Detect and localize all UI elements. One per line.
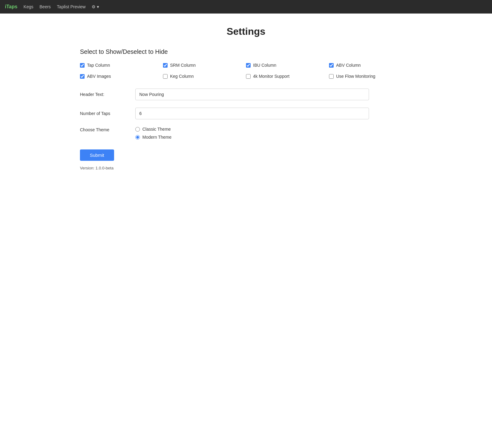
checkbox-abv-column-label: ABV Column: [336, 63, 361, 68]
checkbox-abv-column-input[interactable]: [329, 63, 334, 68]
page-title: Settings: [80, 26, 412, 37]
checkbox-srm-column[interactable]: SRM Column: [163, 63, 246, 68]
theme-classic-radio[interactable]: [135, 127, 140, 132]
navbar-link-kegs[interactable]: Kegs: [24, 4, 34, 9]
number-of-taps-input[interactable]: [135, 108, 369, 119]
checkbox-abv-column[interactable]: ABV Column: [329, 63, 412, 68]
checkbox-srm-column-input[interactable]: [163, 63, 168, 68]
checkbox-4k-monitor-input[interactable]: [246, 74, 251, 79]
checkbox-flow-monitoring[interactable]: Use Flow Monitoring: [329, 74, 412, 79]
navbar-brand[interactable]: iTaps: [5, 4, 18, 10]
theme-modern[interactable]: Modern Theme: [135, 135, 172, 140]
theme-options: Classic Theme Modern Theme: [135, 127, 172, 140]
checkbox-keg-column[interactable]: Keg Column: [163, 74, 246, 79]
choose-theme-row: Choose Theme Classic Theme Modern Theme: [80, 127, 412, 140]
checkbox-flow-monitoring-input[interactable]: [329, 74, 334, 79]
checkbox-abv-images-label: ABV Images: [87, 74, 111, 79]
checkbox-srm-column-label: SRM Column: [170, 63, 196, 68]
checkbox-abv-images-input[interactable]: [80, 74, 85, 79]
checkbox-keg-column-label: Keg Column: [170, 74, 194, 79]
checkbox-ibu-column-input[interactable]: [246, 63, 251, 68]
main-content: Settings Select to Show/Deselect to Hide…: [62, 14, 430, 183]
version-text: Version: 1.0.0-beta: [80, 166, 412, 170]
theme-classic[interactable]: Classic Theme: [135, 127, 172, 132]
checkbox-tap-column[interactable]: Tap Column: [80, 63, 163, 68]
header-text-row: Header Text:: [80, 89, 412, 100]
checkbox-keg-column-input[interactable]: [163, 74, 168, 79]
submit-button[interactable]: Submit: [80, 149, 114, 161]
checkbox-abv-images[interactable]: ABV Images: [80, 74, 163, 79]
checkbox-4k-monitor[interactable]: 4k Monitor Support: [246, 74, 329, 79]
navbar-link-beers[interactable]: Beers: [40, 4, 51, 9]
checkbox-ibu-column-label: IBU Column: [253, 63, 276, 68]
checkboxes-grid: Tap Column SRM Column IBU Column ABV Col…: [80, 63, 412, 79]
settings-dropdown-arrow: ▾: [97, 4, 99, 9]
navbar: iTaps Kegs Beers Taplist Preview ⚙ ▾: [0, 0, 492, 14]
gear-icon: ⚙: [92, 4, 96, 9]
theme-classic-label: Classic Theme: [142, 127, 171, 132]
number-of-taps-label: Number of Taps: [80, 111, 135, 116]
checkbox-4k-monitor-label: 4k Monitor Support: [253, 74, 289, 79]
navbar-link-taplist-preview[interactable]: Taplist Preview: [57, 4, 85, 9]
theme-modern-label: Modern Theme: [142, 135, 172, 140]
number-of-taps-row: Number of Taps: [80, 108, 412, 119]
navbar-settings-menu[interactable]: ⚙ ▾: [92, 4, 99, 9]
header-text-input[interactable]: [135, 89, 369, 100]
checkbox-flow-monitoring-label: Use Flow Monitoring: [336, 74, 375, 79]
checkbox-ibu-column[interactable]: IBU Column: [246, 63, 329, 68]
choose-theme-label: Choose Theme: [80, 127, 135, 132]
checkbox-tap-column-input[interactable]: [80, 63, 85, 68]
theme-modern-radio[interactable]: [135, 135, 140, 140]
section-title: Select to Show/Deselect to Hide: [80, 48, 412, 55]
header-text-label: Header Text:: [80, 92, 135, 97]
checkbox-tap-column-label: Tap Column: [87, 63, 110, 68]
